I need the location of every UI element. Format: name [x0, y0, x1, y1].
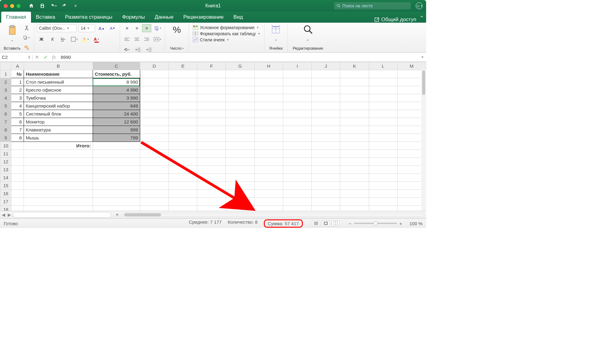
row-header-12[interactable]: 12 — [0, 158, 11, 166]
cell-E16[interactable] — [169, 190, 197, 198]
cell-A4[interactable]: 3 — [11, 94, 24, 102]
cut-icon[interactable] — [23, 24, 30, 31]
cell-C6[interactable]: 24 400 — [93, 110, 140, 118]
cell-E7[interactable] — [169, 118, 197, 126]
cell-H16[interactable] — [254, 190, 283, 198]
align-bottom-icon[interactable]: ≡ — [142, 24, 151, 32]
cell-G6[interactable] — [226, 110, 254, 118]
cell-E18[interactable] — [169, 206, 197, 211]
row-header-16[interactable]: 16 — [0, 190, 11, 198]
row-header-14[interactable]: 14 — [0, 174, 11, 182]
cell-J6[interactable] — [312, 110, 340, 118]
cell-B11[interactable] — [24, 150, 93, 158]
zoom-percent[interactable]: 100 % — [409, 221, 422, 226]
cell-A12[interactable] — [11, 158, 24, 166]
minimize-window-button[interactable] — [10, 4, 14, 8]
cell-F8[interactable] — [197, 126, 226, 134]
name-box[interactable]: C2 ▲▼ — [0, 55, 33, 60]
cell-G18[interactable] — [226, 206, 254, 211]
row-header-18[interactable]: 18 — [0, 206, 11, 211]
cell-H1[interactable] — [254, 70, 283, 78]
font-name-combo[interactable]: Calibri (Осн...▼ — [37, 24, 77, 32]
cell-L9[interactable] — [369, 134, 397, 142]
format-as-table-button[interactable]: Форматировать как таблицу▼ — [193, 31, 260, 36]
cell-F14[interactable] — [197, 174, 226, 182]
row-header-5[interactable]: 5 — [0, 102, 11, 110]
cell-D8[interactable] — [140, 126, 168, 134]
bold-button[interactable]: Ж — [37, 35, 46, 44]
tab-view[interactable]: Вид — [229, 12, 248, 23]
cell-C17[interactable] — [93, 198, 140, 206]
cell-F9[interactable] — [197, 134, 226, 142]
cell-H4[interactable] — [254, 94, 283, 102]
zoom-in-button[interactable]: + — [399, 221, 402, 226]
cell-F11[interactable] — [197, 150, 226, 158]
tab-review[interactable]: Рецензирование — [179, 12, 229, 23]
cell-I12[interactable] — [283, 158, 311, 166]
align-center-icon[interactable] — [132, 35, 141, 43]
cell-I16[interactable] — [283, 190, 311, 198]
cell-L10[interactable] — [369, 142, 397, 150]
cell-J1[interactable] — [312, 70, 340, 78]
cell-L16[interactable] — [369, 190, 397, 198]
cell-K17[interactable] — [340, 198, 369, 206]
sheet-nav-next-icon[interactable]: ▶ — [8, 212, 11, 217]
row-header-13[interactable]: 13 — [0, 166, 11, 174]
cell-D12[interactable] — [140, 158, 168, 166]
cell-G1[interactable] — [226, 70, 254, 78]
redo-icon[interactable] — [61, 2, 68, 9]
cell-D15[interactable] — [140, 182, 168, 190]
cell-E13[interactable] — [169, 166, 197, 174]
cell-D7[interactable] — [140, 118, 168, 126]
sheet-tab-well[interactable] — [13, 212, 111, 218]
cell-A6[interactable]: 5 — [11, 110, 24, 118]
cell-A15[interactable] — [11, 182, 24, 190]
sheet-nav-prev-icon[interactable]: ◀ — [2, 212, 5, 217]
tab-pagelayout[interactable]: Разметка страницы — [60, 12, 117, 23]
cell-G5[interactable] — [226, 102, 254, 110]
column-header-H[interactable]: H — [254, 62, 283, 70]
number-format-button[interactable]: % Число▾ — [168, 24, 186, 51]
cell-A17[interactable] — [11, 198, 24, 206]
cell-J9[interactable] — [312, 134, 340, 142]
italic-button[interactable]: К — [48, 35, 57, 44]
cell-C11[interactable] — [93, 150, 140, 158]
cell-F3[interactable] — [197, 86, 226, 94]
cell-H8[interactable] — [254, 126, 283, 134]
formula-input[interactable]: 8990 — [58, 55, 419, 60]
cell-K16[interactable] — [340, 190, 369, 198]
cell-H14[interactable] — [254, 174, 283, 182]
cell-L13[interactable] — [369, 166, 397, 174]
decrease-font-icon[interactable]: A▼ — [108, 24, 117, 32]
increase-font-icon[interactable]: A▲ — [97, 24, 106, 32]
column-header-J[interactable]: J — [312, 62, 340, 70]
cell-J13[interactable] — [312, 166, 340, 174]
cell-G16[interactable] — [226, 190, 254, 198]
cell-L2[interactable] — [369, 78, 397, 86]
tab-insert[interactable]: Вставка — [31, 12, 60, 23]
cell-B13[interactable] — [24, 166, 93, 174]
cell-G7[interactable] — [226, 118, 254, 126]
cell-A2[interactable]: 1 — [11, 78, 24, 86]
cell-C5[interactable]: 649 — [93, 102, 140, 110]
spreadsheet-grid[interactable]: ABCDEFGHIJKLM 1№НаименованиеСтоимость, р… — [0, 62, 426, 211]
cell-D1[interactable] — [140, 70, 168, 78]
cell-I11[interactable] — [283, 150, 311, 158]
cell-K7[interactable] — [340, 118, 369, 126]
cell-I9[interactable] — [283, 134, 311, 142]
cell-L7[interactable] — [369, 118, 397, 126]
editing-button[interactable]: ▾ Редактирование — [290, 24, 326, 51]
cell-J11[interactable] — [312, 150, 340, 158]
zoom-out-button[interactable]: − — [349, 221, 352, 226]
cell-D5[interactable] — [140, 102, 168, 110]
cell-B10[interactable]: Итого: — [24, 142, 93, 150]
cell-A8[interactable]: 7 — [11, 126, 24, 134]
cell-C12[interactable] — [93, 158, 140, 166]
row-header-2[interactable]: 2 — [0, 78, 11, 86]
cell-F16[interactable] — [197, 190, 226, 198]
confirm-formula-icon[interactable]: ✓ — [41, 54, 50, 60]
cell-E3[interactable] — [169, 86, 197, 94]
cell-D10[interactable] — [140, 142, 168, 150]
cell-D16[interactable] — [140, 190, 168, 198]
cell-B5[interactable]: Канцелярский набор — [24, 102, 93, 110]
